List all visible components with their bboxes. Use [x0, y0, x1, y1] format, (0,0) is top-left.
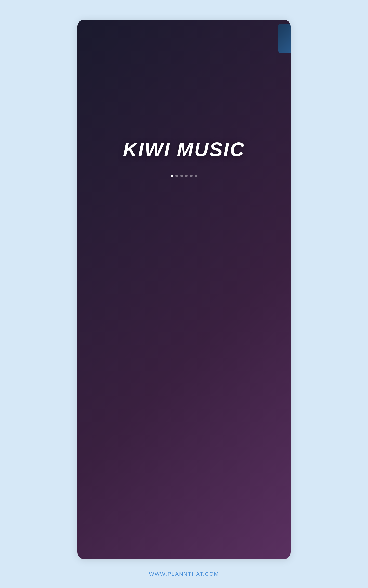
track-thumbnail-3[interactable] — [89, 328, 128, 357]
dot-4[interactable] — [185, 175, 188, 177]
side-peek-3 — [278, 24, 291, 53]
phone-container: ✕ Sounds ∨ 🔍 For sponsored videos, tap S… — [77, 20, 291, 559]
list-item: Good Day — [89, 324, 279, 357]
dot-6[interactable] — [195, 175, 197, 177]
footer-url: WWW.PLANNTHAT.COM — [149, 571, 219, 577]
banner-title: KIWI MUSIC — [123, 138, 245, 161]
dot-1[interactable] — [171, 175, 173, 177]
dot-2[interactable] — [175, 175, 178, 177]
track-list: SWITCHOTR COMING FOR YOU ⟵ ♪ — [77, 229, 291, 357]
banner-dots — [171, 175, 197, 177]
footer: WWW.PLANNTHAT.COM — [149, 559, 219, 587]
dot-3[interactable] — [180, 175, 183, 177]
dot-5[interactable] — [190, 175, 193, 177]
